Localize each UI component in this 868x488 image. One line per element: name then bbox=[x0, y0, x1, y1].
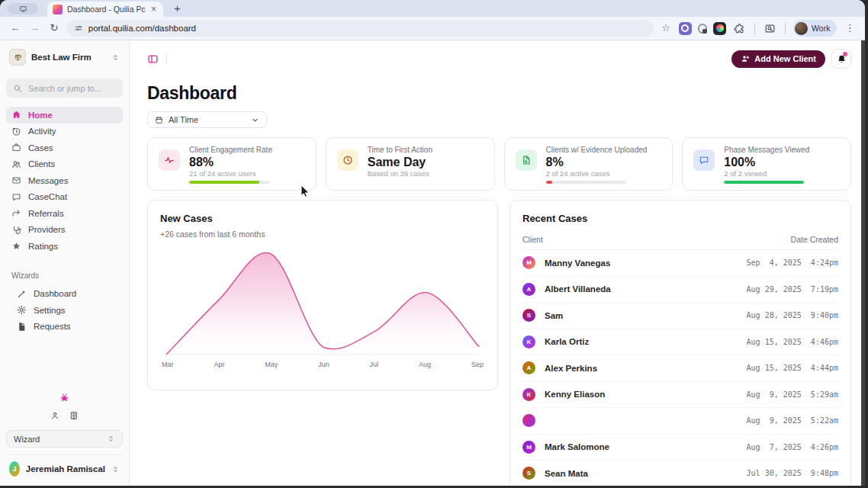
sidebar-item-cases[interactable]: Cases bbox=[6, 140, 123, 156]
site-settings-icon[interactable] bbox=[74, 24, 83, 33]
wizards-nav: Dashboard Settings Requests bbox=[6, 286, 123, 336]
client-name: Mark Salomone bbox=[545, 442, 609, 451]
firm-logo bbox=[9, 49, 26, 66]
case-row[interactable]: Aug 9, 2025 5:22am bbox=[522, 408, 838, 435]
wizard-select[interactable]: Wizard bbox=[6, 430, 123, 448]
stat-card: Time to First Action Same Day Based on 3… bbox=[326, 137, 495, 191]
chart-title: New Cases bbox=[160, 213, 485, 224]
recent-cases-list: M Manny Vanegas Sep 4, 2025 4:24pm A Alb… bbox=[522, 250, 838, 486]
wizard-item-dashboard[interactable]: Dashboard bbox=[6, 286, 123, 303]
person-icon[interactable] bbox=[50, 411, 59, 420]
case-row-sam[interactable]: S Sam Aug 28, 2025 9:40pm bbox=[522, 303, 838, 329]
wizard-select-value: Wizard bbox=[14, 435, 107, 444]
case-row-karla-ortiz[interactable]: K Karla Ortiz Aug 15, 2025 4:46pm bbox=[522, 329, 838, 356]
footer-mini-icons bbox=[50, 411, 79, 420]
x-tick-label: May bbox=[265, 361, 278, 368]
case-row-sean-mata[interactable]: S Sean Mata Jul 30, 2025 9:48pm bbox=[522, 461, 838, 486]
x-tick-label: Apr bbox=[214, 361, 224, 368]
chevron-down-icon bbox=[251, 116, 259, 124]
dashboard-panels: New Cases +26 cases from last 6 months bbox=[147, 200, 851, 486]
search-icon bbox=[13, 84, 22, 93]
toolbar-divider bbox=[754, 23, 755, 34]
case-row-mark-salomone[interactable]: M Mark Salomone Aug 7, 2025 4:26pm bbox=[522, 435, 838, 461]
user-menu[interactable]: J Jeremiah Ramiscal bbox=[6, 454, 123, 478]
stat-progress-bar bbox=[546, 181, 626, 184]
client-name: Sam bbox=[545, 311, 563, 320]
sidebar-item-activity[interactable]: Activity bbox=[6, 124, 123, 140]
case-date: Aug 9, 2025 5:22am bbox=[747, 416, 838, 425]
sidebar-item-ratings[interactable]: Ratings bbox=[6, 238, 123, 255]
time-filter-select[interactable]: All Time bbox=[147, 111, 267, 128]
sidebar-item-referrals[interactable]: Referrals bbox=[6, 205, 123, 222]
users-icon bbox=[11, 159, 21, 169]
case-row-manny-vanegas[interactable]: M Manny Vanegas Sep 4, 2025 4:24pm bbox=[522, 250, 838, 277]
bookmark-star-icon[interactable]: ☆ bbox=[657, 19, 675, 37]
stat-cards: Client Engagement Rate 88% 21 of 24 acti… bbox=[147, 137, 851, 191]
extensions-puzzle-icon[interactable] bbox=[734, 23, 745, 34]
extension-icon-2[interactable] bbox=[698, 24, 708, 34]
tab-search-icon[interactable] bbox=[764, 23, 776, 34]
sidebar-item-providers[interactable]: Providers bbox=[6, 222, 123, 239]
clock-icon bbox=[342, 155, 353, 165]
star-icon bbox=[11, 241, 21, 251]
stat-title: Time to First Action bbox=[368, 146, 484, 155]
workspace-switcher[interactable]: Best Law Firm bbox=[6, 47, 123, 68]
wand-icon bbox=[17, 289, 27, 299]
home-icon bbox=[11, 110, 21, 120]
browser-tab-dashboard[interactable]: Dashboard - Quilia Portal × bbox=[47, 2, 163, 17]
search-input[interactable]: Search or jump to... bbox=[6, 79, 123, 98]
toolbar-divider bbox=[785, 23, 786, 34]
user-avatar: J bbox=[9, 461, 20, 477]
notifications-button[interactable] bbox=[831, 49, 851, 69]
url-bar[interactable]: portal.quilia.com/dashboard bbox=[66, 20, 654, 37]
case-row-alex-perkins[interactable]: A Alex Perkins Aug 15, 2025 4:44pm bbox=[522, 355, 838, 382]
wizard-item-requests[interactable]: Requests bbox=[6, 319, 123, 336]
add-new-client-button[interactable]: Add New Client bbox=[731, 50, 825, 68]
briefcase-icon bbox=[11, 143, 21, 152]
sidebar-item-casechat[interactable]: CaseChat bbox=[6, 189, 123, 206]
forward-icon[interactable]: → bbox=[26, 19, 44, 37]
case-date: Aug 28, 2025 9:40pm bbox=[747, 311, 838, 319]
sidebar-toggle-icon[interactable] bbox=[147, 53, 159, 65]
bug-report-icon[interactable] bbox=[59, 393, 69, 403]
case-row-albert-villaneda[interactable]: A Albert Villaneda Aug 29, 2025 7:19pm bbox=[522, 277, 838, 303]
org-name: Best Law Firm bbox=[31, 53, 106, 62]
file-doc-icon bbox=[521, 155, 532, 165]
browser-profile-chip[interactable]: Work bbox=[793, 20, 837, 37]
scrollbar[interactable] bbox=[861, 40, 865, 486]
stat-value: Same Day bbox=[368, 155, 484, 169]
sidebar-item-clients[interactable]: Clients bbox=[6, 156, 123, 173]
x-tick-label: Aug bbox=[419, 361, 431, 368]
x-tick-label: Mar bbox=[162, 361, 174, 368]
client-name: Sean Mata bbox=[545, 469, 588, 478]
calendar-icon bbox=[155, 116, 163, 124]
chart-subtitle: +26 cases from last 6 months bbox=[160, 230, 485, 239]
menu-kebab-icon[interactable]: ⋮ bbox=[841, 19, 859, 37]
gear-icon bbox=[17, 305, 27, 315]
recent-cases-header: Client Date Created bbox=[522, 235, 838, 250]
tab-overview-button[interactable] bbox=[8, 3, 38, 14]
wizard-item-settings[interactable]: Settings bbox=[6, 302, 123, 319]
case-date: Aug 29, 2025 7:19pm bbox=[747, 285, 838, 294]
stat-progress-fill bbox=[724, 181, 804, 184]
profile-avatar bbox=[795, 22, 808, 35]
chat-sq-icon bbox=[699, 155, 709, 165]
extension-icon-3[interactable] bbox=[713, 22, 726, 35]
sidebar-item-home[interactable]: Home bbox=[6, 107, 123, 124]
new-tab-button[interactable]: + bbox=[174, 2, 181, 15]
client-name: Manny Vanegas bbox=[545, 258, 610, 268]
building-icon[interactable] bbox=[69, 411, 79, 420]
reload-icon[interactable]: ↻ bbox=[45, 19, 63, 37]
x-tick-label: Jun bbox=[318, 361, 330, 368]
referral-icon bbox=[11, 208, 21, 218]
history-icon bbox=[11, 127, 21, 136]
main-content: Add New Client Dashboard All Time bbox=[130, 40, 865, 486]
stat-subtitle: 2 of 24 active cases bbox=[546, 169, 662, 178]
tab-close-icon[interactable]: × bbox=[149, 4, 158, 14]
sidebar-item-messages[interactable]: Messages bbox=[6, 172, 123, 189]
case-date: Aug 7, 2025 4:26pm bbox=[747, 443, 838, 451]
extension-icon-1[interactable] bbox=[679, 22, 692, 35]
back-icon[interactable]: ← bbox=[6, 19, 24, 37]
sidebar: Best Law Firm Search or jump to... Home bbox=[0, 40, 130, 486]
case-row-kenny-eliason[interactable]: K Kenny Eliason Aug 9, 2025 5:29am bbox=[522, 382, 838, 409]
